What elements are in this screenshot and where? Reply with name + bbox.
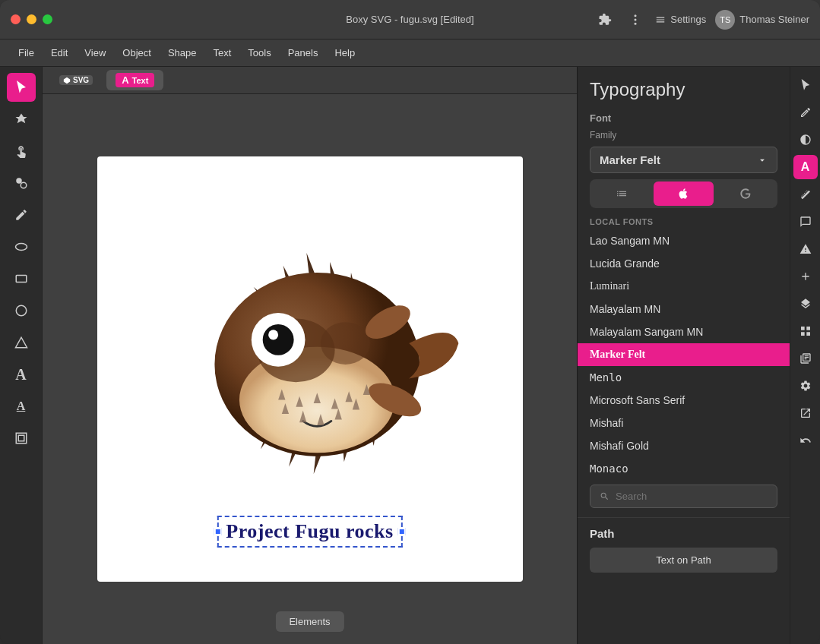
main-area: A A SVG A Text bbox=[0, 67, 820, 644]
font-section-label: Font bbox=[578, 108, 790, 127]
font-list: Lao Sangam MN Lucida Grande Luminari Mal… bbox=[578, 229, 790, 480]
font-search-box bbox=[590, 485, 777, 508]
pointer-icon[interactable] bbox=[793, 73, 818, 97]
text-format-icon[interactable]: A bbox=[793, 155, 818, 179]
fish-svg bbox=[150, 202, 470, 506]
svg-point-1 bbox=[635, 18, 637, 21]
minimize-button[interactable] bbox=[27, 14, 36, 24]
font-item-lao[interactable]: Lao Sangam MN bbox=[578, 229, 790, 252]
font-item-malayalam-sangam[interactable]: Malayalam Sangam MN bbox=[578, 320, 790, 343]
svg-tab[interactable]: SVG bbox=[50, 72, 102, 88]
menu-edit[interactable]: Edit bbox=[43, 44, 75, 62]
pen-tool-button[interactable] bbox=[7, 200, 36, 229]
right-panel: Typography Font Family Marker Felt bbox=[577, 67, 790, 644]
comment-icon[interactable] bbox=[793, 210, 818, 234]
svg-point-4 bbox=[21, 182, 27, 188]
warning-icon[interactable] bbox=[793, 237, 818, 261]
close-button[interactable] bbox=[11, 14, 21, 24]
user-name: Thomas Steiner bbox=[739, 14, 809, 25]
text-tool-button[interactable]: A bbox=[7, 360, 36, 389]
text-handle-right[interactable] bbox=[398, 528, 406, 535]
pencil-icon[interactable] bbox=[793, 100, 818, 125]
layers-icon[interactable] bbox=[793, 292, 818, 316]
maximize-button[interactable] bbox=[43, 14, 52, 24]
svg-rect-6 bbox=[16, 276, 27, 283]
ellipse-tool-button[interactable] bbox=[7, 232, 36, 261]
menu-help[interactable]: Help bbox=[327, 44, 363, 62]
font-family-dropdown[interactable]: Marker Felt bbox=[590, 147, 777, 173]
user-profile-button[interactable]: TS Thomas Steiner bbox=[715, 10, 809, 30]
font-item-luminari[interactable]: Luminari bbox=[578, 275, 790, 298]
font-item-menlo[interactable]: Menlo bbox=[578, 366, 790, 389]
google-icon bbox=[739, 188, 752, 200]
font-source-list-tab[interactable] bbox=[592, 182, 651, 206]
select-tool-button[interactable] bbox=[7, 73, 36, 102]
font-item-malayalam[interactable]: Malayalam MN bbox=[578, 298, 790, 320]
apple-icon bbox=[677, 188, 689, 200]
plus-icon[interactable] bbox=[793, 264, 818, 289]
font-source-apple-tab[interactable] bbox=[654, 182, 713, 206]
canvas-text-content: Project Fugu rocks bbox=[226, 520, 393, 542]
titlebar-right: Settings TS Thomas Steiner bbox=[594, 9, 809, 30]
puzzle-icon[interactable] bbox=[594, 9, 616, 30]
svg-rect-9 bbox=[16, 433, 27, 444]
more-options-icon[interactable] bbox=[625, 9, 646, 30]
circle-tool-button[interactable] bbox=[7, 296, 36, 325]
menu-file[interactable]: File bbox=[11, 44, 42, 62]
font-item-microsoft[interactable]: Microsoft Sans Serif bbox=[578, 389, 790, 412]
svg-point-25 bbox=[320, 322, 369, 365]
menu-text[interactable]: Text bbox=[205, 44, 239, 62]
font-source-tabs bbox=[590, 179, 777, 208]
ruler-icon[interactable] bbox=[793, 182, 818, 207]
font-item-mishafi[interactable]: Mishafi bbox=[578, 412, 790, 434]
undo-icon[interactable] bbox=[793, 428, 818, 453]
settings-label: Settings bbox=[670, 14, 706, 25]
menu-panels[interactable]: Panels bbox=[280, 44, 326, 62]
frame-tool-button[interactable] bbox=[7, 424, 36, 453]
svg-point-28 bbox=[268, 330, 278, 339]
font-item-marker-felt[interactable]: Marker Felt bbox=[578, 343, 790, 366]
pan-tool-button[interactable] bbox=[7, 137, 36, 166]
svg-point-5 bbox=[15, 244, 27, 251]
svg-point-2 bbox=[635, 22, 637, 24]
app-window: Boxy SVG - fugu.svg [Edited] Settings TS… bbox=[0, 0, 820, 644]
search-icon bbox=[600, 491, 609, 501]
path-section: Path Text on Path bbox=[578, 517, 790, 577]
export-icon[interactable] bbox=[793, 401, 818, 425]
svg-point-3 bbox=[16, 178, 22, 184]
eyedropper-tool-button[interactable] bbox=[7, 169, 36, 197]
svg-marker-8 bbox=[15, 337, 27, 348]
selected-font-name: Marker Felt bbox=[600, 153, 660, 166]
font-item-lucida[interactable]: Lucida Grande bbox=[578, 252, 790, 275]
left-toolbar: A A bbox=[0, 67, 43, 644]
node-edit-tool-button[interactable] bbox=[7, 105, 36, 134]
rect-tool-button[interactable] bbox=[7, 264, 36, 293]
canvas-text-element[interactable]: Project Fugu rocks bbox=[217, 516, 402, 548]
chevron-down-icon bbox=[757, 155, 768, 166]
canvas-content[interactable]: Project Fugu rocks Elements bbox=[43, 94, 577, 644]
text-on-path-button[interactable]: Text on Path bbox=[590, 548, 777, 573]
menu-object[interactable]: Object bbox=[115, 44, 159, 62]
menu-view[interactable]: View bbox=[77, 44, 113, 62]
settings-button[interactable]: Settings bbox=[655, 14, 706, 25]
menu-shape[interactable]: Shape bbox=[160, 44, 204, 62]
text-tab[interactable]: A Text bbox=[106, 70, 163, 90]
contrast-icon[interactable] bbox=[793, 128, 818, 152]
text-small-tool-button[interactable]: A bbox=[7, 392, 36, 421]
elements-button[interactable]: Elements bbox=[275, 611, 344, 632]
font-item-monaco[interactable]: Monaco bbox=[578, 457, 790, 480]
menu-tools[interactable]: Tools bbox=[240, 44, 278, 62]
library-icon[interactable] bbox=[793, 346, 818, 371]
triangle-tool-button[interactable] bbox=[7, 328, 36, 357]
grid-icon[interactable] bbox=[793, 319, 818, 343]
font-source-google-tab[interactable] bbox=[716, 182, 775, 206]
gear-icon[interactable] bbox=[793, 374, 818, 398]
canvas-tabs: SVG A Text bbox=[43, 67, 577, 94]
font-item-mishafi-gold[interactable]: Mishafi Gold bbox=[578, 434, 790, 457]
search-input[interactable] bbox=[616, 491, 768, 502]
panel-content: Typography Font Family Marker Felt bbox=[578, 67, 790, 644]
list-icon bbox=[616, 188, 628, 200]
text-handle-left[interactable] bbox=[214, 528, 221, 535]
avatar: TS bbox=[715, 10, 735, 30]
svg-rect-10 bbox=[18, 435, 24, 441]
